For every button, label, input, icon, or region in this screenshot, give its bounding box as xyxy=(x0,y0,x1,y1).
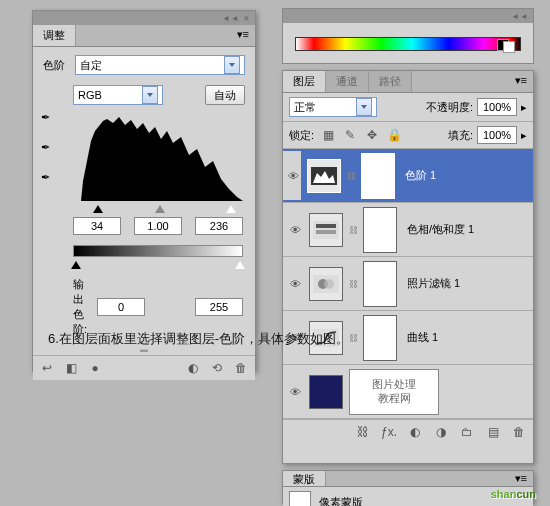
instruction-caption: 6.在图层面板里选择调整图层-色阶，具体参数如图。 xyxy=(48,330,349,348)
trash-icon[interactable]: 🗑 xyxy=(233,360,249,376)
link-layers-icon[interactable]: ⛓ xyxy=(355,424,371,440)
layer-thumb[interactable] xyxy=(309,375,343,409)
link-icon[interactable]: ⛓ xyxy=(349,225,357,235)
collapse-arrows-icon[interactable]: ◄◄ ✕ xyxy=(222,14,251,23)
mask-thumb[interactable] xyxy=(363,207,397,253)
output-levels-slider[interactable] xyxy=(73,259,243,269)
opacity-flyout-icon[interactable]: ▸ xyxy=(521,101,527,114)
group-icon[interactable]: 🗀 xyxy=(459,424,475,440)
auto-button[interactable]: 自动 xyxy=(205,85,245,105)
chevron-down-icon[interactable] xyxy=(356,98,372,116)
channel-value: RGB xyxy=(78,89,102,101)
blend-mode-value: 正常 xyxy=(294,100,316,115)
eyedropper-gray-icon[interactable]: ✒ xyxy=(41,141,59,159)
layer-list: 👁 ⛓ 色阶 1 👁 ⛓ 色相/饱和度 1 👁 ⛓ 照片滤镜 1 xyxy=(283,149,533,419)
output-white-field[interactable] xyxy=(195,298,243,316)
output-black-field[interactable] xyxy=(97,298,145,316)
view-icon[interactable]: ● xyxy=(87,360,103,376)
black-point-handle[interactable] xyxy=(93,205,103,213)
layers-footer: ⛓ ƒx. ◐ ◑ 🗀 ▤ 🗑 xyxy=(283,419,533,444)
lock-transparency-icon[interactable]: ▦ xyxy=(320,127,336,143)
layer-row[interactable]: 👁 图片处理 教程网 xyxy=(283,365,533,419)
lock-pixels-icon[interactable]: ✎ xyxy=(342,127,358,143)
adjustments-panel: ◄◄ ✕ 调整 ▾≡ 色阶 自定 RGB 自动 ✒ ✒ ✒ xyxy=(32,10,256,372)
collapse-arrows-icon[interactable]: ◄◄ xyxy=(511,12,529,21)
fill-flyout-icon[interactable]: ▸ xyxy=(521,129,527,142)
adjustments-footer: ↩ ◧ ● ◐ ⟲ 🗑 xyxy=(33,355,255,380)
layers-panel: 图层 通道 路径 ▾≡ 正常 不透明度: ▸ 锁定: ▦ ✎ ✥ 🔒 填充: ▸ xyxy=(282,70,534,464)
output-gradient xyxy=(73,245,243,257)
visibility-eye-icon[interactable]: 👁 xyxy=(287,224,303,236)
tab-masks[interactable]: 蒙版 xyxy=(283,471,326,486)
panel-menu-icon[interactable]: ▾≡ xyxy=(509,71,533,92)
layer-row[interactable]: 👁 ⛓ 色阶 1 xyxy=(283,149,533,203)
thumb-text-line2: 教程网 xyxy=(378,392,411,405)
tab-layers[interactable]: 图层 xyxy=(283,71,326,92)
white-point-handle[interactable] xyxy=(226,205,236,213)
chevron-down-icon[interactable] xyxy=(142,86,158,104)
svg-point-6 xyxy=(324,279,334,289)
mask-thumb[interactable] xyxy=(361,153,395,199)
layer-name[interactable]: 曲线 1 xyxy=(407,330,438,345)
chevron-down-icon[interactable] xyxy=(224,56,240,74)
watermark-a: shan xyxy=(491,488,517,500)
panel-menu-icon[interactable]: ▾≡ xyxy=(231,25,255,46)
trash-icon[interactable]: 🗑 xyxy=(511,424,527,440)
tab-paths[interactable]: 路径 xyxy=(369,71,412,92)
input-black-field[interactable] xyxy=(73,217,121,235)
mask-swatch[interactable] xyxy=(289,491,311,506)
output-black-handle[interactable] xyxy=(71,261,81,269)
mask-thumb[interactable] xyxy=(363,315,397,361)
input-levels-slider[interactable] xyxy=(73,203,243,213)
eyedropper-black-icon[interactable]: ✒ xyxy=(41,111,59,129)
eyedropper-white-icon[interactable]: ✒ xyxy=(41,171,59,189)
fg-bg-swatch[interactable] xyxy=(497,39,515,53)
previous-state-icon[interactable]: ◐ xyxy=(185,360,201,376)
watermark: shancun xyxy=(491,484,536,502)
preset-select[interactable]: 自定 xyxy=(75,55,245,75)
visibility-eye-icon[interactable]: 👁 xyxy=(287,386,303,398)
hue-sat-thumb-icon[interactable] xyxy=(309,213,343,247)
layer-name[interactable]: 色阶 1 xyxy=(405,168,436,183)
layer-row[interactable]: 👁 ⛓ 照片滤镜 1 xyxy=(283,257,533,311)
input-white-field[interactable] xyxy=(195,217,243,235)
layer-name[interactable]: 色相/饱和度 1 xyxy=(407,222,474,237)
midpoint-handle[interactable] xyxy=(155,205,165,213)
link-icon[interactable]: ⛓ xyxy=(349,279,357,289)
opacity-field[interactable] xyxy=(477,98,517,116)
panel-drag-header[interactable]: ◄◄ ✕ xyxy=(33,11,255,25)
link-icon[interactable]: ⛓ xyxy=(349,333,357,343)
levels-thumb-icon[interactable] xyxy=(307,159,341,193)
fx-icon[interactable]: ƒx. xyxy=(381,424,397,440)
visibility-eye-icon[interactable]: 👁 xyxy=(287,278,303,290)
preset-value: 自定 xyxy=(80,58,102,73)
lock-all-icon[interactable]: 🔒 xyxy=(386,127,402,143)
mask-icon-footer[interactable]: ◐ xyxy=(407,424,423,440)
input-mid-field[interactable] xyxy=(134,217,182,235)
lock-position-icon[interactable]: ✥ xyxy=(364,127,380,143)
layers-tabbar: 图层 通道 路径 ▾≡ xyxy=(283,71,533,93)
link-icon[interactable]: ⛓ xyxy=(347,171,355,181)
clip-layer-icon[interactable]: ◧ xyxy=(63,360,79,376)
opacity-label: 不透明度: xyxy=(426,100,473,115)
svg-rect-2 xyxy=(316,224,336,228)
new-layer-icon[interactable]: ▤ xyxy=(485,424,501,440)
blend-mode-select[interactable]: 正常 xyxy=(289,97,377,117)
fill-field[interactable] xyxy=(477,126,517,144)
layer-name[interactable]: 照片滤镜 1 xyxy=(407,276,460,291)
layer-row[interactable]: 👁 ⛓ 色相/饱和度 1 xyxy=(283,203,533,257)
mask-thumb[interactable] xyxy=(363,261,397,307)
visibility-eye-icon[interactable]: 👁 xyxy=(283,151,301,200)
return-arrow-icon[interactable]: ↩ xyxy=(39,360,55,376)
tab-adjustments[interactable]: 调整 xyxy=(33,25,76,46)
photo-filter-thumb-icon[interactable] xyxy=(309,267,343,301)
panel-drag-header[interactable]: ◄◄ xyxy=(283,9,533,23)
output-white-handle[interactable] xyxy=(235,261,245,269)
tab-channels[interactable]: 通道 xyxy=(326,71,369,92)
color-spectrum[interactable] xyxy=(295,37,521,51)
reset-icon[interactable]: ⟲ xyxy=(209,360,225,376)
eyedropper-tools: ✒ ✒ ✒ xyxy=(41,111,59,189)
layer-content-thumb[interactable]: 图片处理 教程网 xyxy=(349,369,439,415)
adjustment-layer-icon[interactable]: ◑ xyxy=(433,424,449,440)
channel-select[interactable]: RGB xyxy=(73,85,163,105)
